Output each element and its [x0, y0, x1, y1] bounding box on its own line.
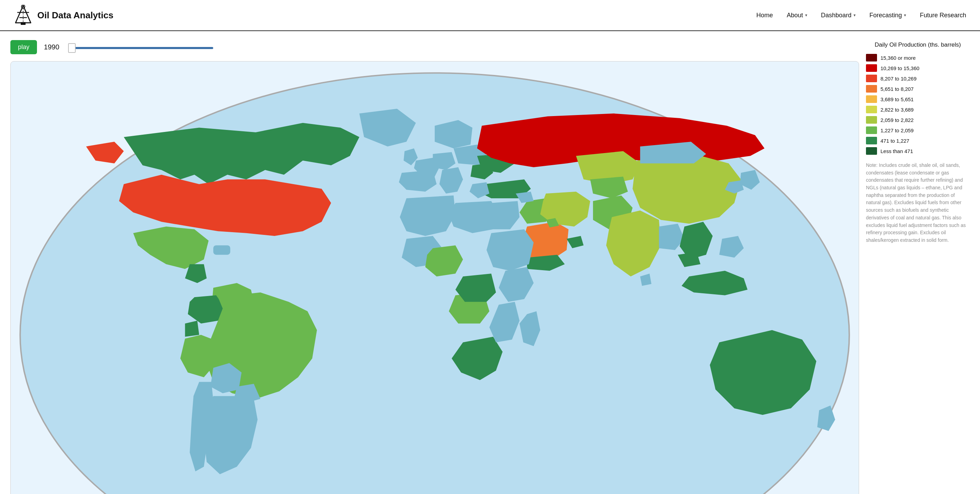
nav-dashboard[interactable]: Dashboard ▾: [821, 12, 856, 19]
legend-swatch: [866, 137, 877, 145]
svg-rect-5: [21, 22, 25, 25]
alaska: [86, 141, 124, 164]
legend-item: 1,227 to 2,059: [866, 126, 970, 134]
legend-label: 1,227 to 2,059: [880, 127, 914, 133]
legend-swatch: [866, 116, 877, 124]
legend-item: 2,059 to 2,822: [866, 116, 970, 124]
legend-swatch: [866, 64, 877, 72]
legend-swatch: [866, 75, 877, 82]
nav-future-research[interactable]: Future Research: [920, 12, 966, 19]
legend-note: Note: Includes crude oil, shale oil, oil…: [866, 162, 970, 244]
legend-item: 10,269 to 15,360: [866, 64, 970, 72]
legend-label: 10,269 to 15,360: [880, 65, 920, 71]
legend-swatch: [866, 126, 877, 134]
legend-label: Less than 471: [880, 148, 913, 154]
logo-title: Oil Data Analytics: [37, 10, 113, 21]
sudan: [487, 229, 533, 271]
legend-item: 15,360 or more: [866, 54, 970, 62]
legend-swatch: [866, 85, 877, 92]
dashboard-chevron-icon: ▾: [854, 13, 856, 17]
legend-label: 5,651 to 8,207: [880, 86, 914, 92]
about-chevron-icon: ▾: [805, 13, 807, 17]
nav-forecasting[interactable]: Forecasting ▾: [869, 12, 906, 19]
year-slider[interactable]: [68, 47, 213, 49]
play-button[interactable]: play: [10, 40, 37, 54]
nav-about[interactable]: About ▾: [787, 12, 807, 19]
legend-swatch: [866, 54, 877, 62]
legend-label: 15,360 or more: [880, 55, 916, 61]
legend-item: 5,651 to 8,207: [866, 85, 970, 92]
legend-title: Daily Oil Production (ths. barrels): [866, 41, 970, 48]
right-panel: Daily Oil Production (ths. barrels) 15,3…: [866, 38, 970, 494]
logo-area: Oil Data Analytics: [14, 5, 113, 25]
legend-item: 2,822 to 3,689: [866, 106, 970, 113]
left-panel: play 1990: [10, 38, 859, 494]
year-label: 1990: [44, 43, 61, 51]
legend-swatch: [866, 106, 877, 113]
forecasting-chevron-icon: ▾: [904, 13, 906, 17]
controls-row: play 1990: [10, 38, 859, 56]
legend-swatch: [866, 95, 877, 103]
world-map-svg: [11, 62, 859, 494]
world-map-container: [10, 61, 859, 494]
main-content: play 1990: [0, 31, 980, 494]
legend-label: 471 to 1,227: [880, 138, 909, 144]
slider-wrapper: [68, 44, 213, 51]
site-header: Oil Data Analytics Home About ▾ Dashboar…: [0, 0, 980, 31]
cuba: [213, 245, 230, 254]
oil-derrick-icon: [14, 5, 32, 25]
legend-item: Less than 471: [866, 147, 970, 155]
main-nav: Home About ▾ Dashboard ▾ Forecasting ▾ F…: [756, 12, 966, 19]
legend-item: 8,207 to 10,269: [866, 75, 970, 82]
nav-home[interactable]: Home: [756, 12, 773, 19]
legend-label: 2,059 to 2,822: [880, 117, 914, 123]
legend-items: 15,360 or more10,269 to 15,3608,207 to 1…: [866, 54, 970, 155]
legend-item: 471 to 1,227: [866, 137, 970, 145]
legend-label: 2,822 to 3,689: [880, 107, 914, 113]
ecuador: [185, 321, 199, 337]
legend-label: 8,207 to 10,269: [880, 76, 916, 81]
legend-label: 3,689 to 5,651: [880, 96, 914, 102]
legend-swatch: [866, 147, 877, 155]
legend-item: 3,689 to 5,651: [866, 95, 970, 103]
